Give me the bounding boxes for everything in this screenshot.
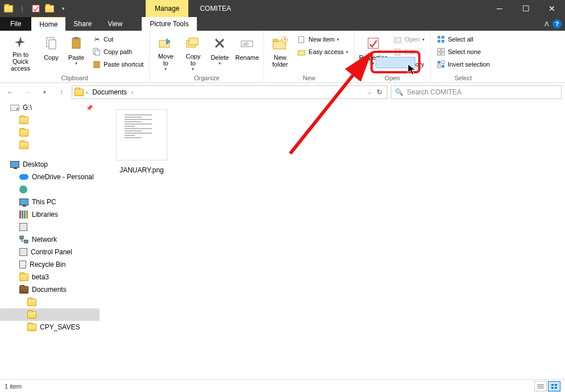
nav-control-panel[interactable]: Control Panel xyxy=(0,246,100,258)
open-button[interactable]: Open xyxy=(391,33,427,46)
tab-view[interactable]: View xyxy=(100,17,130,31)
copy-button[interactable]: Copy xyxy=(39,32,64,73)
svg-rect-6 xyxy=(95,50,100,55)
invert-selection-button[interactable]: Invert selection xyxy=(434,58,492,71)
content-pane[interactable]: JANUARY.png xyxy=(100,101,565,379)
svg-rect-30 xyxy=(442,52,444,55)
file-item[interactable]: JANUARY.png xyxy=(113,109,170,174)
copy-path-button[interactable]: Copy path xyxy=(90,46,146,58)
close-button[interactable]: ✕ xyxy=(539,0,565,17)
nav-folder-item[interactable] xyxy=(0,296,100,308)
recent-locations-button[interactable]: ▾ xyxy=(38,85,51,99)
back-button[interactable]: ← xyxy=(3,85,17,99)
chevron-right-icon[interactable]: › xyxy=(131,89,133,96)
pin-to-quick-access-button[interactable]: Pin to Quick access xyxy=(2,32,39,73)
nav-documents[interactable]: Documents xyxy=(0,283,100,296)
move-to-icon xyxy=(158,36,173,49)
nav-folder-item[interactable] xyxy=(0,114,100,126)
paste-shortcut-button[interactable]: Paste shortcut xyxy=(90,58,146,71)
pin-label: Pin to Quick access xyxy=(6,51,35,72)
maximize-button[interactable]: ☐ xyxy=(513,0,539,17)
edit-button[interactable]: Edit xyxy=(391,46,427,58)
breadcrumb-dropdown-icon[interactable]: ⌄ xyxy=(368,89,372,95)
svg-rect-20 xyxy=(394,38,401,43)
properties-icon xyxy=(366,36,380,50)
details-view-button[interactable] xyxy=(534,381,547,391)
svg-rect-4 xyxy=(74,37,79,39)
nav-recycle-bin[interactable]: Recycle Bin xyxy=(0,258,100,271)
new-group-label: New xyxy=(266,73,352,82)
nav-folder-item[interactable] xyxy=(0,126,100,139)
network-icon xyxy=(19,236,28,244)
user-icon xyxy=(19,185,27,193)
svg-rect-43 xyxy=(551,387,554,389)
svg-rect-41 xyxy=(551,384,554,386)
nav-beta3[interactable]: beta3 xyxy=(0,271,100,283)
new-folder-button[interactable]: ✦ New folder xyxy=(266,32,294,73)
nav-this-pc[interactable]: This PC xyxy=(0,196,100,208)
select-none-button[interactable]: Select none xyxy=(434,46,492,58)
svg-text:ab: ab xyxy=(243,41,249,47)
qat-properties-icon[interactable] xyxy=(30,2,42,15)
minimize-button[interactable]: ─ xyxy=(486,0,513,17)
navigation-pane[interactable]: G:\📌 Desktop OneDrive - Personal This PC… xyxy=(0,101,100,379)
folder-icon xyxy=(27,311,36,319)
svg-rect-33 xyxy=(438,65,440,68)
rename-button[interactable]: ab Rename xyxy=(233,32,261,73)
cut-button[interactable]: ✂Cut xyxy=(90,33,146,46)
nav-drive-g[interactable]: G:\📌 xyxy=(0,101,100,114)
search-icon: 🔍 xyxy=(395,88,403,96)
new-item-button[interactable]: New item xyxy=(295,33,350,46)
svg-rect-26 xyxy=(442,40,444,43)
qat-dropdown-icon[interactable]: ▾ xyxy=(57,2,69,15)
delete-icon xyxy=(213,37,226,49)
thumbnails-view-button[interactable] xyxy=(548,381,560,391)
breadcrumb[interactable]: › Documents › ⌄ ↻ xyxy=(72,85,387,99)
new-folder-icon: ✦ xyxy=(272,36,288,50)
svg-rect-25 xyxy=(438,40,440,43)
qat-folder2-icon[interactable] xyxy=(43,2,56,15)
copy-to-button[interactable]: Copy to▾ xyxy=(179,32,207,73)
search-input[interactable]: 🔍 Search COMITEA xyxy=(391,85,562,99)
refresh-button[interactable]: ↻ xyxy=(374,88,385,96)
svg-rect-17 xyxy=(299,36,304,43)
up-button[interactable]: ↑ xyxy=(55,85,68,99)
folder-icon xyxy=(19,117,28,124)
move-to-button[interactable]: Move to▾ xyxy=(152,32,179,73)
forward-button[interactable]: → xyxy=(20,85,34,99)
easy-access-button[interactable]: Easy access xyxy=(295,46,350,58)
nav-network[interactable]: Network xyxy=(0,233,100,246)
nav-user[interactable] xyxy=(0,183,100,196)
help-icon[interactable]: ? xyxy=(552,19,562,28)
svg-rect-14 xyxy=(273,39,278,42)
breadcrumb-segment[interactable]: Documents xyxy=(90,88,129,96)
chevron-right-icon[interactable]: › xyxy=(86,89,88,96)
nav-libraries[interactable]: Libraries xyxy=(0,208,100,221)
paste-label: Paste xyxy=(68,54,84,61)
svg-rect-28 xyxy=(442,48,444,51)
tab-file[interactable]: File xyxy=(0,17,31,31)
paste-button[interactable]: Paste ▾ xyxy=(64,32,89,73)
qat-folder-icon[interactable] xyxy=(2,2,15,15)
select-all-button[interactable]: Select all xyxy=(434,33,492,46)
nav-cpy-saves[interactable]: CPY_SAVES xyxy=(0,321,100,333)
copy-icon xyxy=(44,36,58,50)
pin-icon xyxy=(14,35,27,49)
documents-folder-icon xyxy=(19,286,28,294)
nav-folder-item[interactable] xyxy=(0,139,100,151)
open-icon xyxy=(393,35,402,44)
collapse-ribbon-icon[interactable]: ᐱ xyxy=(545,20,549,28)
nav-unknown[interactable] xyxy=(0,221,100,233)
nav-folder-item-selected[interactable] xyxy=(0,308,100,321)
cloud-icon xyxy=(19,174,28,180)
nav-onedrive[interactable]: OneDrive - Personal xyxy=(0,171,100,183)
tab-home[interactable]: Home xyxy=(31,17,65,31)
tab-share[interactable]: Share xyxy=(65,17,100,31)
svg-rect-21 xyxy=(395,49,400,55)
delete-button[interactable]: Delete▾ xyxy=(207,32,233,73)
nav-desktop[interactable]: Desktop xyxy=(0,158,100,171)
contextual-tab-header: Manage xyxy=(146,0,188,17)
svg-rect-23 xyxy=(438,36,440,39)
tab-picture-tools[interactable]: Picture Tools xyxy=(142,17,196,31)
main-area: G:\📌 Desktop OneDrive - Personal This PC… xyxy=(0,101,565,379)
